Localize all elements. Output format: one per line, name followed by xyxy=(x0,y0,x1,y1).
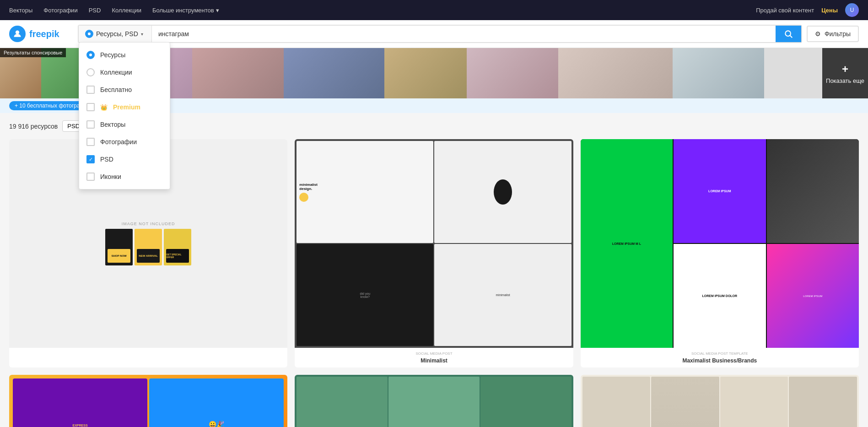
top-navigation: Векторы Фотографии PSD Коллекции Больше … xyxy=(0,0,868,20)
dropdown-icons[interactable]: Иконки xyxy=(79,168,170,185)
svg-line-2 xyxy=(790,36,793,38)
grid-card-lorem[interactable]: LOREM IPSUM M L LOREM IPSUM LOREM IPSUM … xyxy=(581,139,859,368)
search-type-selector[interactable]: Ресурсы, PSD ▾ Ресурсы Коллекции Бесплат… xyxy=(79,26,152,42)
dropdown-photos[interactable]: Фотографии xyxy=(79,133,170,151)
logo[interactable]: freepik xyxy=(9,26,73,42)
card-thumbnail: EXPRESSYOURFEELINGS! 😀🎉 DOWNLOAD100+ FRE… xyxy=(9,375,287,427)
search-type-label: Ресурсы, PSD xyxy=(96,30,138,38)
top-nav-links: Векторы Фотографии PSD Коллекции Больше … xyxy=(9,7,219,14)
checkbox-icon xyxy=(86,173,95,181)
strip-image-6[interactable] xyxy=(384,48,467,98)
show-more-button[interactable]: + Показать еще xyxy=(822,48,868,98)
dropdown-resources[interactable]: Ресурсы xyxy=(79,46,170,64)
logo-icon xyxy=(9,26,26,42)
card-thumbnail: LOREM IPSUM M L LOREM IPSUM LOREM IPSUM … xyxy=(581,139,859,348)
card-thumbnail: WEAR YOUR MASK PROTECTYOURSELF don't for… xyxy=(581,375,859,427)
plus-icon: + xyxy=(842,63,848,76)
nav-vectors[interactable]: Векторы xyxy=(9,7,32,14)
radio-icon xyxy=(86,68,95,76)
filters-button[interactable]: ⚙ Фильтры xyxy=(807,26,859,42)
grid-card-adventure[interactable]: EXPLORE YOUR DREAM FEEL THEADVENTURE HOL… xyxy=(295,375,573,427)
dropdown-free[interactable]: Бесплатно xyxy=(79,81,170,98)
checkbox-icon xyxy=(86,155,95,163)
dropdown-premium[interactable]: 👑 Premium xyxy=(79,98,170,116)
card-title: Minimalist xyxy=(299,357,568,364)
search-button[interactable] xyxy=(776,26,801,42)
dropdown-psd[interactable]: PSD xyxy=(79,151,170,168)
search-input[interactable] xyxy=(152,26,776,42)
strip-image-7[interactable] xyxy=(467,48,558,98)
radio-selected-icon xyxy=(85,30,93,38)
top-nav-right: Продай свой контент Цены U xyxy=(756,3,859,17)
card-thumbnail: minimalistdesign. did youknow? minimalis… xyxy=(295,139,573,348)
dropdown-collections[interactable]: Коллекции xyxy=(79,64,170,81)
checkbox-icon xyxy=(86,120,95,129)
strip-image-9[interactable] xyxy=(673,48,764,98)
nav-collections[interactable]: Коллекции xyxy=(112,7,141,14)
user-avatar[interactable]: U xyxy=(845,3,859,17)
nav-photos[interactable]: Фотографии xyxy=(43,7,77,14)
dropdown-vectors[interactable]: Векторы xyxy=(79,116,170,133)
strip-image-4[interactable] xyxy=(192,48,284,98)
chevron-down-icon: ▾ xyxy=(141,32,143,37)
checkbox-icon xyxy=(86,86,95,94)
card-title: Maximalist Business/Brands xyxy=(585,357,854,364)
nav-psd[interactable]: PSD xyxy=(89,7,101,14)
premium-badge-icon: 👑 xyxy=(100,104,108,111)
checkbox-icon xyxy=(86,103,95,111)
card-thumbnail: EXPLORE YOUR DREAM FEEL THEADVENTURE HOL… xyxy=(295,375,573,427)
sell-content-link[interactable]: Продай свой контент xyxy=(756,7,814,14)
svg-point-1 xyxy=(785,31,791,36)
filter-icon: ⚙ xyxy=(815,30,821,38)
card-top-text: SOCIAL MEDIA POST TEMPLATE xyxy=(585,351,854,356)
result-count: 19 916 ресурсов xyxy=(9,123,58,130)
prices-link[interactable]: Цены xyxy=(821,7,838,14)
grid-card-minimalist[interactable]: minimalistdesign. did youknow? minimalis… xyxy=(295,139,573,368)
checkbox-icon xyxy=(86,138,95,146)
card-label: SOCIAL MEDIA POST TEMPLATE Maximalist Bu… xyxy=(581,348,859,368)
search-bar-row: freepik Ресурсы, PSD ▾ Ресурсы Коллекции… xyxy=(0,20,868,48)
card-top-label: IMAGE NOT INCLUDED xyxy=(122,222,175,226)
grid-card-express[interactable]: EXPRESSYOURFEELINGS! 😀🎉 DOWNLOAD100+ FRE… xyxy=(9,375,287,427)
search-container: Ресурсы, PSD ▾ Ресурсы Коллекции Бесплат… xyxy=(78,25,802,43)
nav-more-tools[interactable]: Больше инструментов ▾ xyxy=(152,7,219,14)
card-label: SOCIAL MEDIA POST Minimalist xyxy=(295,348,573,368)
search-dropdown: Ресурсы Коллекции Бесплатно 👑 Premium xyxy=(79,42,170,189)
strip-image-5[interactable] xyxy=(284,48,384,98)
strip-image-8[interactable] xyxy=(558,48,673,98)
card-top-text: SOCIAL MEDIA POST xyxy=(299,351,568,356)
logo-text: freepik xyxy=(29,29,59,39)
radio-icon xyxy=(86,51,95,59)
svg-point-0 xyxy=(16,31,19,34)
grid-card-mask[interactable]: WEAR YOUR MASK PROTECTYOURSELF don't for… xyxy=(581,375,859,427)
sponsored-badge: Результаты спонсировые xyxy=(0,48,66,57)
chevron-down-icon: ▾ xyxy=(216,7,219,14)
